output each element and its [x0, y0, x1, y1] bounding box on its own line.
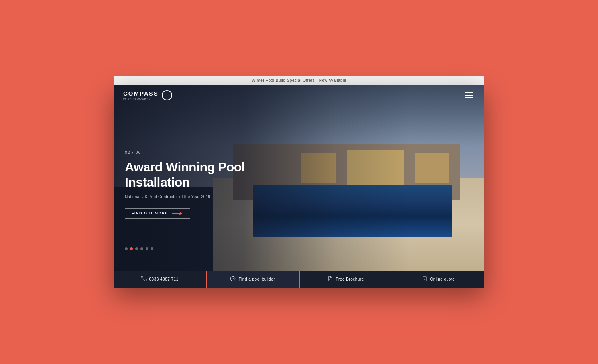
- browser-window: COMPASS enjoy the moments 02 / 06 Award …: [114, 85, 484, 288]
- quote-label: Online quote: [430, 277, 455, 281]
- hamburger-line-1: [465, 92, 473, 93]
- pool-builder-item[interactable]: Find a pool builder: [207, 271, 299, 288]
- dot-6[interactable]: [151, 247, 153, 250]
- bottom-bar: 0333 4887 711 Find a pool builder: [114, 271, 484, 288]
- hamburger-button[interactable]: [464, 91, 475, 100]
- announcement-text: Winter Pool Build Special Offers - Now A…: [252, 78, 346, 83]
- cta-button[interactable]: FIND OUT MORE: [125, 208, 190, 219]
- hero-content: 02 / 06 Award Winning Pool Installation …: [125, 150, 252, 219]
- document-icon: [327, 276, 333, 283]
- hamburger-line-3: [465, 97, 473, 98]
- quote-item[interactable]: Online quote: [392, 271, 484, 288]
- compass-logo-icon: [162, 90, 172, 100]
- brochure-item[interactable]: Free Brochure: [300, 271, 392, 288]
- hero-subtitle: National UK Pool Contractor of the Year …: [125, 195, 252, 199]
- page-wrapper: Winter Pool Build Special Offers - Now A…: [114, 76, 484, 288]
- announcement-bar: Winter Pool Build Special Offers - Now A…: [114, 76, 484, 85]
- slide-counter: 02 / 06: [125, 150, 252, 155]
- logo-text-group: COMPASS enjoy the moments: [123, 90, 159, 100]
- hero-title: Award Winning Pool Installation: [125, 159, 252, 190]
- navbar: COMPASS enjoy the moments: [114, 85, 484, 106]
- phone-label: 0333 4887 711: [150, 277, 179, 281]
- dot-4[interactable]: [140, 247, 143, 250]
- dot-2[interactable]: [130, 247, 133, 250]
- hamburger-line-2: [465, 95, 473, 96]
- scroll-indicator: [476, 233, 476, 247]
- logo-area: COMPASS enjoy the moments: [123, 90, 172, 100]
- svg-rect-4: [423, 276, 426, 281]
- cta-arrow-icon: [172, 212, 183, 216]
- logo-tagline: enjoy the moments: [123, 97, 159, 100]
- tablet-icon: [422, 276, 427, 283]
- scroll-line: [476, 233, 476, 247]
- slide-dots: [125, 247, 153, 250]
- dot-3[interactable]: [135, 247, 138, 250]
- logo-text: COMPASS: [123, 90, 159, 97]
- cta-label: FIND OUT MORE: [132, 212, 168, 216]
- check-circle-icon: [230, 276, 236, 283]
- dot-5[interactable]: [146, 247, 148, 250]
- phone-item[interactable]: 0333 4887 711: [114, 271, 207, 288]
- phone-icon: [141, 276, 147, 283]
- brochure-label: Free Brochure: [336, 277, 364, 281]
- dot-1[interactable]: [125, 247, 128, 250]
- pool-builder-label: Find a pool builder: [238, 277, 275, 281]
- hero-section: COMPASS enjoy the moments 02 / 06 Award …: [114, 85, 484, 271]
